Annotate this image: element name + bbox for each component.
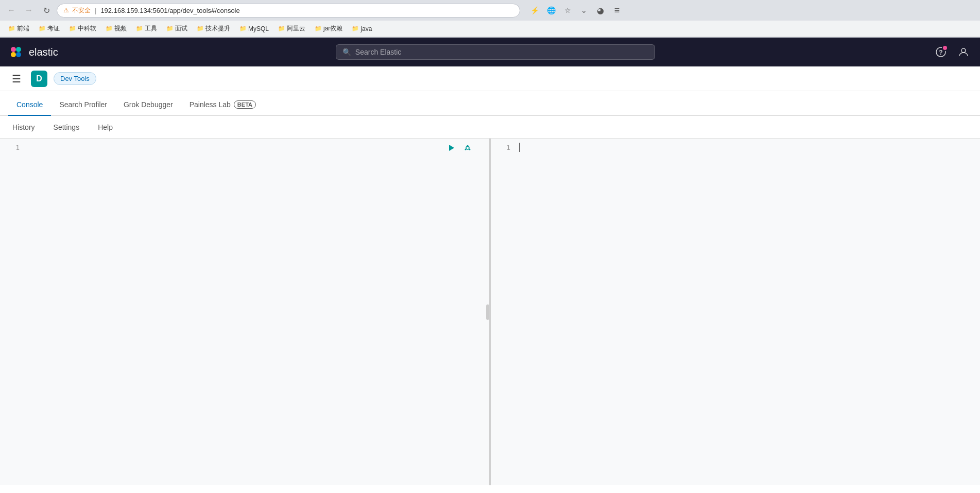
browser-actions: ⚡ 🌐 ☆ ⌄ ◕ ≡ bbox=[527, 3, 624, 18]
editor-area: 1 bbox=[0, 139, 980, 485]
extensions-icon[interactable]: ◕ bbox=[593, 3, 608, 18]
history-button[interactable]: History bbox=[8, 121, 39, 133]
browser-chrome: ← → ↻ ⚠ 不安全 | 192.168.159.134:5601/app/d… bbox=[0, 0, 980, 38]
search-container: 🔍 Search Elastic bbox=[58, 44, 933, 60]
elastic-search-bar[interactable]: 🔍 Search Elastic bbox=[336, 44, 655, 60]
search-icon: 🔍 bbox=[342, 48, 351, 56]
search-placeholder: Search Elastic bbox=[355, 48, 401, 56]
more-icon[interactable]: ⌄ bbox=[577, 3, 591, 18]
editor-output: 1 bbox=[491, 139, 980, 485]
line-numbers-right: 1 bbox=[491, 139, 517, 157]
folder-icon: 📁 bbox=[136, 25, 143, 32]
bookmark-shipin[interactable]: 📁 视频 bbox=[101, 23, 131, 35]
security-label: 不安全 bbox=[72, 6, 91, 15]
address-text: 192.168.159.134:5601/app/dev_tools#/cons… bbox=[100, 7, 239, 14]
folder-icon: 📁 bbox=[315, 25, 322, 32]
browser-toolbar: ← → ↻ ⚠ 不安全 | 192.168.159.134:5601/app/d… bbox=[0, 0, 980, 21]
resize-handle[interactable] bbox=[486, 304, 489, 320]
hamburger-button[interactable]: ☰ bbox=[8, 71, 25, 87]
folder-icon: 📁 bbox=[278, 25, 285, 32]
back-button[interactable]: ← bbox=[4, 3, 19, 18]
menu-button[interactable]: ≡ bbox=[610, 3, 624, 18]
translate-icon[interactable]: 🌐 bbox=[544, 3, 558, 18]
line-number-1: 1 bbox=[0, 143, 20, 153]
svg-text:?: ? bbox=[939, 49, 942, 56]
bookmarks-bar: 📁 前端 📁 考证 📁 中科软 📁 视频 📁 工具 📁 面试 📁 技术提升 � bbox=[0, 21, 980, 37]
brand-name: elastic bbox=[29, 46, 58, 58]
help-circle-icon[interactable]: ? bbox=[933, 44, 949, 60]
bookmark-qianduan[interactable]: 📁 前端 bbox=[4, 23, 33, 35]
bookmark-mianshi[interactable]: 📁 面试 bbox=[162, 23, 192, 35]
folder-icon: 📁 bbox=[166, 25, 174, 32]
svg-point-0 bbox=[11, 47, 16, 52]
top-nav-actions: ? bbox=[933, 44, 972, 60]
sub-navbar: ☰ D Dev Tools bbox=[0, 66, 980, 91]
bookmark-mysql[interactable]: 📁 MySQL bbox=[235, 24, 273, 34]
user-avatar-icon[interactable] bbox=[955, 44, 972, 60]
bookmark-kaocheng[interactable]: 📁 考证 bbox=[35, 23, 64, 35]
cursor bbox=[519, 143, 520, 152]
console-toolbar: History Settings Help bbox=[0, 116, 980, 139]
bookmark-zhongkeru[interactable]: 📁 中科软 bbox=[65, 23, 100, 35]
tab-console[interactable]: Console bbox=[8, 94, 51, 116]
bookmark-java[interactable]: 📁 java bbox=[348, 24, 376, 34]
svg-point-9 bbox=[467, 145, 469, 147]
folder-icon: 📁 bbox=[8, 25, 15, 32]
editor-left-pane[interactable]: 1 bbox=[0, 139, 491, 485]
tabs-bar: Console Search Profiler Grok Debugger Pa… bbox=[0, 91, 980, 116]
folder-icon: 📁 bbox=[352, 25, 359, 32]
editor-input[interactable]: 1 bbox=[0, 139, 489, 485]
svg-point-6 bbox=[961, 48, 966, 53]
lightning-icon[interactable]: ⚡ bbox=[527, 3, 542, 18]
space-badge: D bbox=[31, 71, 47, 87]
editor-right-pane: 1 bbox=[491, 139, 980, 485]
elastic-app: elastic 🔍 Search Elastic ? bbox=[0, 38, 980, 485]
svg-point-11 bbox=[465, 149, 467, 150]
bookmark-gongju[interactable]: 📁 工具 bbox=[132, 23, 161, 35]
svg-point-10 bbox=[469, 149, 471, 150]
star-icon[interactable]: ☆ bbox=[560, 3, 575, 18]
output-cursor-area bbox=[519, 143, 980, 153]
svg-point-2 bbox=[11, 52, 16, 57]
svg-marker-7 bbox=[449, 145, 454, 151]
editor-action-icons bbox=[445, 142, 474, 154]
settings-button[interactable]: Settings bbox=[49, 121, 84, 133]
folder-icon: 📁 bbox=[106, 25, 113, 32]
folder-icon: 📁 bbox=[197, 25, 204, 32]
bookmark-jishutisheng[interactable]: 📁 技术提升 bbox=[193, 23, 234, 35]
svg-point-3 bbox=[16, 52, 21, 57]
run-button[interactable] bbox=[445, 142, 457, 154]
tab-grok-debugger[interactable]: Grok Debugger bbox=[115, 94, 181, 116]
configure-button[interactable] bbox=[461, 142, 474, 154]
folder-icon: 📁 bbox=[39, 25, 46, 32]
reload-button[interactable]: ↻ bbox=[39, 3, 54, 18]
address-bar[interactable]: ⚠ 不安全 | 192.168.159.134:5601/app/dev_too… bbox=[57, 4, 520, 18]
bookmark-aliyun[interactable]: 📁 阿里云 bbox=[274, 23, 310, 35]
line-number-right-1: 1 bbox=[491, 143, 510, 153]
top-navbar: elastic 🔍 Search Elastic ? bbox=[0, 38, 980, 66]
devtools-breadcrumb[interactable]: Dev Tools bbox=[54, 72, 96, 85]
tab-search-profiler[interactable]: Search Profiler bbox=[51, 94, 115, 116]
elastic-logo: elastic bbox=[8, 44, 58, 60]
forward-button[interactable]: → bbox=[22, 3, 36, 18]
elastic-logo-svg bbox=[8, 44, 24, 60]
svg-point-1 bbox=[16, 47, 21, 52]
beta-badge: BETA bbox=[234, 100, 256, 109]
folder-icon: 📁 bbox=[69, 25, 76, 32]
folder-icon: 📁 bbox=[239, 25, 247, 32]
line-numbers-left: 1 bbox=[0, 139, 26, 157]
security-icon: ⚠ bbox=[63, 7, 69, 14]
tab-painless-lab[interactable]: Painless Lab BETA bbox=[181, 94, 264, 116]
bookmark-jardep[interactable]: 📁 jar依赖 bbox=[311, 23, 347, 35]
help-button[interactable]: Help bbox=[94, 121, 117, 133]
